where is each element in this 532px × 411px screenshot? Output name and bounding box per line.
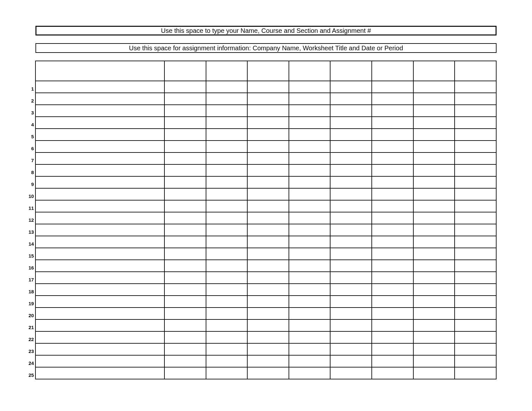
- data-cell[interactable]: [247, 355, 289, 367]
- data-cell[interactable]: [455, 105, 496, 117]
- data-cell[interactable]: [372, 236, 413, 248]
- description-cell[interactable]: [35, 284, 164, 296]
- data-cell[interactable]: [413, 212, 455, 224]
- data-cell[interactable]: [247, 129, 289, 141]
- data-cell[interactable]: [330, 117, 372, 129]
- data-cell[interactable]: [455, 343, 496, 355]
- data-cell[interactable]: [164, 117, 206, 129]
- description-cell[interactable]: [35, 367, 164, 379]
- data-cell[interactable]: [330, 236, 372, 248]
- data-cell[interactable]: [372, 188, 413, 200]
- data-cell[interactable]: [455, 164, 496, 176]
- description-cell[interactable]: [35, 272, 164, 284]
- data-cell[interactable]: [289, 212, 330, 224]
- description-cell[interactable]: [35, 212, 164, 224]
- data-cell[interactable]: [247, 141, 289, 152]
- data-cell[interactable]: [164, 236, 206, 248]
- data-cell[interactable]: [247, 308, 289, 319]
- description-cell[interactable]: [35, 93, 164, 105]
- data-cell[interactable]: [247, 272, 289, 284]
- data-cell[interactable]: [413, 331, 455, 343]
- data-cell[interactable]: [330, 93, 372, 105]
- data-cell[interactable]: [413, 224, 455, 236]
- header-assignment-info-box[interactable]: Use this space for assignment informatio…: [35, 43, 497, 53]
- data-cell[interactable]: [330, 331, 372, 343]
- data-cell[interactable]: [455, 224, 496, 236]
- data-cell[interactable]: [164, 141, 206, 152]
- data-cell[interactable]: [330, 284, 372, 296]
- data-cell[interactable]: [206, 343, 248, 355]
- data-cell[interactable]: [247, 200, 289, 212]
- data-cell[interactable]: [206, 212, 248, 224]
- data-cell[interactable]: [413, 152, 455, 164]
- data-cell[interactable]: [247, 224, 289, 236]
- data-cell[interactable]: [372, 141, 413, 152]
- data-cell[interactable]: [330, 296, 372, 308]
- description-cell[interactable]: [35, 248, 164, 260]
- description-cell[interactable]: [35, 176, 164, 188]
- data-cell[interactable]: [372, 355, 413, 367]
- data-cell[interactable]: [330, 129, 372, 141]
- data-cell[interactable]: [330, 212, 372, 224]
- data-cell[interactable]: [330, 355, 372, 367]
- data-cell[interactable]: [413, 272, 455, 284]
- data-cell[interactable]: [206, 248, 248, 260]
- data-cell[interactable]: [164, 164, 206, 176]
- data-cell[interactable]: [372, 331, 413, 343]
- data-cell[interactable]: [247, 152, 289, 164]
- data-cell[interactable]: [247, 105, 289, 117]
- data-cell[interactable]: [372, 308, 413, 319]
- data-cell[interactable]: [289, 176, 330, 188]
- data-cell[interactable]: [413, 296, 455, 308]
- data-cell[interactable]: [247, 367, 289, 379]
- data-cell[interactable]: [247, 331, 289, 343]
- data-cell[interactable]: [330, 141, 372, 152]
- data-cell[interactable]: [247, 260, 289, 272]
- data-cell[interactable]: [164, 284, 206, 296]
- data-cell[interactable]: [330, 164, 372, 176]
- data-cell[interactable]: [289, 284, 330, 296]
- data-cell[interactable]: [206, 331, 248, 343]
- data-cell[interactable]: [206, 319, 248, 331]
- data-cell[interactable]: [455, 308, 496, 319]
- data-cell[interactable]: [164, 212, 206, 224]
- data-cell[interactable]: [206, 164, 248, 176]
- data-cell[interactable]: [413, 343, 455, 355]
- description-cell[interactable]: [35, 331, 164, 343]
- data-cell[interactable]: [413, 284, 455, 296]
- data-cell[interactable]: [330, 81, 372, 93]
- data-cell[interactable]: [247, 81, 289, 93]
- data-cell[interactable]: [289, 152, 330, 164]
- data-cell[interactable]: [372, 81, 413, 93]
- data-cell[interactable]: [413, 248, 455, 260]
- data-cell[interactable]: [330, 343, 372, 355]
- data-cell[interactable]: [413, 367, 455, 379]
- data-cell[interactable]: [455, 248, 496, 260]
- data-cell[interactable]: [413, 129, 455, 141]
- data-cell[interactable]: [413, 117, 455, 129]
- data-cell[interactable]: [455, 93, 496, 105]
- data-cell[interactable]: [413, 188, 455, 200]
- data-cell[interactable]: [289, 93, 330, 105]
- data-cell[interactable]: [455, 141, 496, 152]
- data-cell[interactable]: [164, 367, 206, 379]
- data-cell[interactable]: [206, 81, 248, 93]
- data-cell[interactable]: [206, 117, 248, 129]
- data-cell[interactable]: [164, 188, 206, 200]
- data-cell[interactable]: [372, 152, 413, 164]
- data-cell[interactable]: [372, 93, 413, 105]
- data-cell[interactable]: [289, 164, 330, 176]
- data-cell[interactable]: [330, 367, 372, 379]
- data-cell[interactable]: [289, 105, 330, 117]
- data-cell[interactable]: [206, 105, 248, 117]
- description-cell[interactable]: [35, 164, 164, 176]
- data-cell[interactable]: [247, 176, 289, 188]
- data-cell[interactable]: [164, 272, 206, 284]
- data-cell[interactable]: [413, 355, 455, 367]
- header-cell[interactable]: [206, 61, 248, 81]
- data-cell[interactable]: [289, 319, 330, 331]
- data-cell[interactable]: [455, 81, 496, 93]
- data-cell[interactable]: [164, 296, 206, 308]
- data-cell[interactable]: [164, 200, 206, 212]
- data-cell[interactable]: [330, 260, 372, 272]
